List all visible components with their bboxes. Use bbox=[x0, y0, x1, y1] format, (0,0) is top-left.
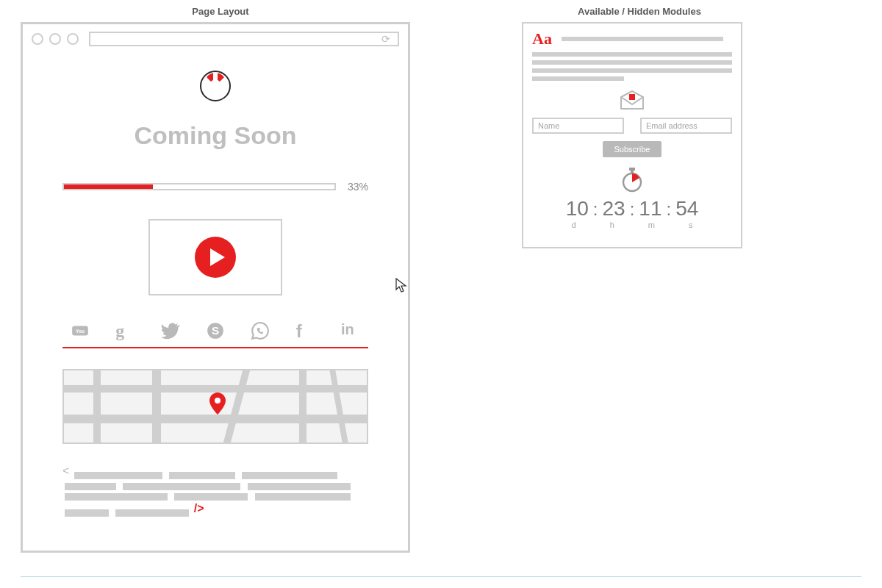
module-text[interactable]: Aa bbox=[532, 29, 732, 81]
svg-text:S: S bbox=[212, 324, 219, 337]
countdown-label-d: d bbox=[572, 220, 576, 229]
module-contact-form[interactable]: Name Email address Subscribe bbox=[532, 90, 732, 157]
whatsapp-icon[interactable] bbox=[250, 320, 270, 341]
play-button[interactable] bbox=[195, 237, 236, 278]
twitter-icon[interactable] bbox=[160, 320, 181, 341]
refresh-icon: ⟳ bbox=[381, 34, 390, 44]
available-modules-title: Available / Hidden Modules bbox=[529, 6, 750, 17]
module-video[interactable] bbox=[148, 219, 282, 295]
svg-rect-9 bbox=[631, 171, 634, 173]
html-close-bracket: /> bbox=[194, 502, 204, 515]
drop-cap-icon: Aa bbox=[532, 29, 552, 49]
envelope-icon bbox=[620, 90, 645, 110]
chrome-dot bbox=[32, 33, 43, 45]
module-countdown[interactable]: 10 : 23 : 11 : 54 d h m s bbox=[532, 168, 732, 229]
svg-rect-8 bbox=[629, 168, 635, 171]
browser-chrome: ⟳ bbox=[23, 24, 408, 54]
countdown-hours: 23 bbox=[603, 197, 625, 220]
available-modules-panel[interactable]: Aa Name Email address Subscribe bbox=[522, 22, 742, 248]
html-open-bracket: < bbox=[62, 465, 69, 478]
name-placeholder: Name bbox=[538, 121, 559, 130]
svg-rect-1 bbox=[213, 73, 218, 80]
countdown-minutes: 11 bbox=[639, 197, 662, 220]
progress-bar bbox=[62, 183, 336, 190]
progress-value: 33% bbox=[348, 181, 368, 193]
module-progress[interactable]: 33% bbox=[62, 181, 368, 193]
module-headline[interactable]: Coming Soon bbox=[62, 121, 368, 150]
google-icon[interactable]: g bbox=[115, 320, 135, 341]
email-input[interactable]: Email address bbox=[640, 118, 732, 134]
subscribe-button[interactable]: Subscribe bbox=[603, 141, 662, 157]
countdown-label-s: s bbox=[689, 220, 693, 229]
countdown-label-m: m bbox=[648, 220, 655, 229]
chrome-dot bbox=[67, 33, 79, 45]
email-placeholder: Email address bbox=[646, 121, 698, 130]
stopwatch-icon bbox=[621, 168, 643, 193]
page-layout-title: Page Layout bbox=[15, 6, 426, 17]
youtube-icon[interactable]: You bbox=[70, 320, 90, 341]
progress-fill bbox=[64, 184, 153, 189]
svg-point-6 bbox=[215, 398, 220, 404]
module-map[interactable] bbox=[62, 369, 368, 444]
map-pin-icon bbox=[209, 392, 226, 415]
linkedin-icon[interactable]: in bbox=[340, 320, 361, 341]
svg-text:You: You bbox=[76, 329, 85, 334]
skype-icon[interactable]: S bbox=[205, 320, 226, 341]
play-icon bbox=[210, 248, 225, 266]
page-layout-panel[interactable]: ⟳ Coming Soon 33% bbox=[21, 22, 410, 553]
wrench-logo-icon bbox=[198, 68, 233, 104]
countdown-seconds: 54 bbox=[675, 197, 698, 220]
module-logo[interactable] bbox=[62, 68, 368, 104]
countdown-days: 10 bbox=[566, 197, 589, 220]
footer-divider bbox=[21, 576, 861, 577]
countdown-label-h: h bbox=[610, 220, 614, 229]
svg-rect-7 bbox=[629, 94, 635, 100]
name-input[interactable]: Name bbox=[532, 118, 624, 134]
facebook-icon[interactable]: f bbox=[295, 320, 316, 341]
url-bar: ⟳ bbox=[89, 32, 399, 46]
module-social[interactable]: You g S f in bbox=[62, 320, 368, 348]
module-html[interactable]: < /> bbox=[62, 465, 368, 518]
chrome-dot bbox=[49, 33, 61, 45]
